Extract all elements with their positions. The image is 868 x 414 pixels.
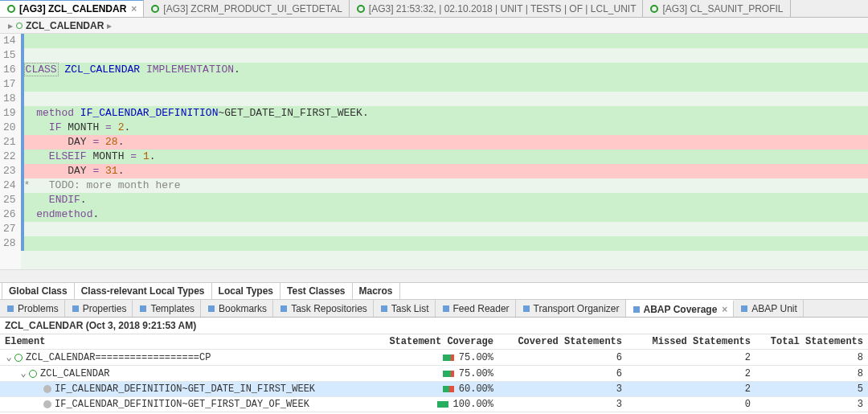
change-marker	[21, 48, 24, 63]
chevron-right-icon: ▸	[8, 20, 13, 31]
breadcrumb: ▸ ZCL_CALENDAR ▸	[0, 18, 868, 34]
source-tab[interactable]: Global Class	[2, 283, 75, 299]
col-covered[interactable]: Covered Statements	[498, 334, 627, 349]
view-icon	[207, 304, 216, 314]
view-icon	[138, 304, 148, 314]
code-line[interactable]: DAY = 31.	[21, 164, 868, 178]
line-number: 22	[3, 150, 16, 164]
code-line[interactable]	[21, 92, 868, 106]
coverage-row[interactable]: IF_CALENDAR_DEFINITION~GET_FIRST_DAY_OF_…	[0, 397, 868, 412]
view-icon	[279, 304, 289, 314]
code-line[interactable]: DAY = 28.	[21, 135, 868, 150]
view-tab[interactable]: Problems	[0, 300, 65, 317]
class-icon	[16, 23, 23, 29]
editor-tab[interactable]: [AG3] 21:53:32, | 02.10.2018 | UNIT | TE…	[350, 0, 644, 17]
code-line[interactable]: ENDIF.	[21, 193, 868, 207]
code-editor[interactable]: 141516171819202122232425262728 CLASS ZCL…	[0, 34, 868, 269]
coverage-bar: 75.00%	[443, 368, 493, 379]
close-icon[interactable]: ×	[131, 3, 137, 14]
code-line[interactable]: endmethod.	[21, 207, 868, 222]
line-number: 14	[3, 34, 16, 48]
view-tab[interactable]: Feed Reader	[436, 300, 516, 317]
class-icon	[14, 354, 23, 362]
code-line[interactable]: CLASS ZCL_CALENDAR IMPLEMENTATION.	[21, 63, 868, 77]
total-count: 3	[755, 397, 868, 412]
svg-rect-5	[72, 305, 79, 312]
source-tab[interactable]: Macros	[353, 283, 400, 299]
coverage-table: Element Statement Coverage Covered State…	[0, 334, 868, 412]
view-tab[interactable]: Task List	[374, 300, 436, 317]
coverage-row[interactable]: ⌄ZCL_CALENDAR==================CP75.00%6…	[0, 350, 868, 366]
class-icon	[649, 4, 659, 14]
coverage-run-title: ZCL_CALENDAR (Oct 3, 2018 9:21:53 AM)	[0, 318, 868, 334]
editor-tab[interactable]: [AG3] CL_SAUNIT_PROFIL	[643, 0, 790, 17]
col-total[interactable]: Total Statements	[755, 334, 868, 349]
source-tab[interactable]: Class-relevant Local Types	[75, 283, 212, 299]
expand-toggle-icon[interactable]: ⌄	[5, 351, 13, 363]
close-icon[interactable]: ×	[722, 304, 727, 315]
change-marker	[21, 34, 24, 48]
horizontal-scrollbar[interactable]	[0, 269, 868, 282]
code-area[interactable]: CLASS ZCL_CALENDAR IMPLEMENTATION. metho…	[21, 34, 868, 269]
code-line[interactable]	[21, 77, 868, 92]
code-line[interactable]	[21, 236, 868, 251]
view-tab-label: Task List	[391, 303, 429, 314]
code-line[interactable]	[21, 222, 868, 236]
svg-rect-7	[208, 305, 215, 312]
code-line[interactable]: ELSEIF MONTH = 1.	[21, 150, 868, 164]
coverage-row[interactable]: ⌄ZCL_CALENDAR75.00%628	[0, 366, 868, 382]
col-element[interactable]: Element	[0, 334, 354, 349]
coverage-row[interactable]: IF_CALENDAR_DEFINITION~GET_DATE_IN_FIRST…	[0, 382, 868, 397]
expand-toggle-icon[interactable]: ⌄	[19, 367, 27, 379]
line-number: 27	[3, 222, 16, 236]
svg-rect-8	[280, 305, 287, 312]
element-name: IF_CALENDAR_DEFINITION~GET_FIRST_DAY_OF_…	[55, 399, 309, 410]
code-line[interactable]: * TODO: more month here	[21, 178, 868, 193]
line-number: 26	[3, 207, 16, 222]
line-number: 23	[3, 164, 16, 178]
source-tab[interactable]: Local Types	[212, 283, 280, 299]
view-tab-label: Problems	[18, 303, 59, 314]
svg-point-2	[358, 6, 364, 12]
line-number: 21	[3, 135, 16, 150]
svg-rect-9	[381, 305, 387, 312]
covered-count: 6	[498, 366, 627, 381]
view-tab[interactable]: Transport Organizer	[516, 300, 626, 317]
code-line[interactable]	[21, 48, 868, 63]
source-tab[interactable]: Test Classes	[280, 283, 353, 299]
breadcrumb-root[interactable]: ZCL_CALENDAR	[26, 20, 104, 31]
code-line[interactable]: method IF_CALENDAR_DEFINITION~GET_DATE_I…	[21, 106, 868, 121]
view-icon	[441, 304, 451, 314]
view-tab-bar: ProblemsPropertiesTemplatesBookmarksTask…	[0, 300, 868, 318]
svg-rect-4	[7, 305, 14, 312]
editor-tab-bar: [AG3] ZCL_CALENDAR×[AG3] ZCRM_PRODUCT_UI…	[0, 0, 868, 18]
line-number: 20	[3, 121, 16, 135]
view-tab[interactable]: ABAP Coverage ×	[626, 300, 735, 317]
line-number: 28	[3, 236, 16, 251]
line-number: 15	[3, 48, 16, 63]
editor-tab[interactable]: [AG3] ZCL_CALENDAR×	[0, 0, 144, 17]
view-tab-label: Transport Organizer	[534, 303, 620, 314]
chevron-right-icon: ▸	[107, 20, 112, 31]
view-tab-label: Properties	[83, 303, 127, 314]
code-line[interactable]	[21, 34, 868, 48]
missed-count: 0	[627, 397, 755, 412]
line-number: 17	[3, 77, 16, 92]
class-icon	[29, 370, 37, 378]
svg-rect-10	[443, 305, 449, 312]
col-stmt-coverage[interactable]: Statement Coverage	[354, 334, 498, 349]
code-line[interactable]: IF MONTH = 2.	[21, 121, 868, 135]
line-number: 24	[3, 178, 16, 193]
view-tab[interactable]: Properties	[65, 300, 133, 317]
svg-point-0	[8, 6, 14, 12]
view-tab-label: Bookmarks	[219, 303, 267, 314]
view-tab[interactable]: Task Repositories	[273, 300, 374, 317]
view-tab[interactable]: Bookmarks	[201, 300, 273, 317]
view-tab[interactable]: Templates	[133, 300, 201, 317]
col-missed[interactable]: Missed Statements	[627, 334, 755, 349]
view-tab[interactable]: ABAP Unit	[734, 300, 803, 317]
coverage-table-header: Element Statement Coverage Covered State…	[0, 334, 868, 350]
line-number: 19	[3, 106, 16, 121]
view-icon	[632, 305, 641, 314]
editor-tab[interactable]: [AG3] ZCRM_PRODUCT_UI_GETDETAL	[144, 0, 349, 17]
